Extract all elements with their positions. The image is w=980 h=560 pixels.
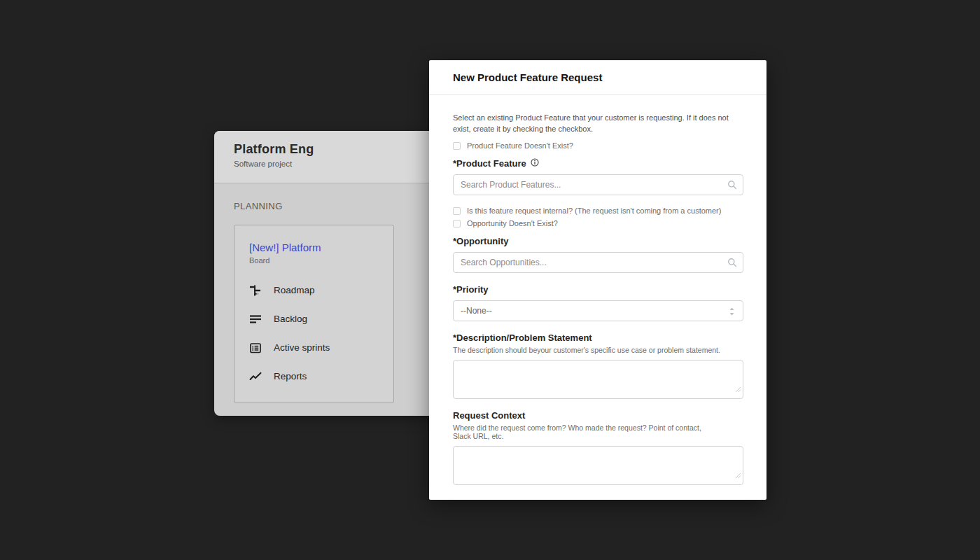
opportunity-missing-checkbox[interactable] xyxy=(453,220,461,227)
opportunity-label-text: *Opportunity xyxy=(453,236,508,246)
project-panel-body: PLANNING [New!] Platform Board Roadmap xyxy=(214,183,462,403)
feature-request-modal: New Product Feature Request Select an ex… xyxy=(429,60,766,500)
sidebar-item-label: Roadmap xyxy=(274,285,315,295)
product-feature-search-input[interactable] xyxy=(453,174,743,195)
sidebar-item-active-sprints[interactable]: Active sprints xyxy=(249,333,393,362)
description-helper: The description should beyour customer's… xyxy=(453,346,743,354)
description-label-text: *Description/Problem Statement xyxy=(453,332,592,343)
checkbox-label: Opportunity Doesn't Exist? xyxy=(467,219,558,227)
planning-board-card: [New!] Platform Board Roadmap xyxy=(234,225,394,403)
internal-request-checkbox[interactable] xyxy=(453,207,461,215)
backlog-icon xyxy=(249,313,262,326)
roadmap-icon xyxy=(249,284,262,297)
request-context-helper: Where did the request come from? Who mad… xyxy=(453,424,743,440)
product-feature-label: *Product Feature xyxy=(453,158,743,169)
request-context-helper-line2: Slack URL, etc. xyxy=(453,432,743,440)
request-context-textarea[interactable] xyxy=(453,446,743,485)
project-subtitle: Software project xyxy=(234,160,462,168)
modal-header: New Product Feature Request xyxy=(429,60,766,95)
checkbox-row-internal-request[interactable]: Is this feature request internal? (The r… xyxy=(453,206,743,215)
sidebar-item-label: Backlog xyxy=(274,314,307,324)
request-context-helper-line1: Where did the request come from? Who mad… xyxy=(453,424,743,432)
priority-label-text: *Priority xyxy=(453,284,489,295)
project-panel: Platform Eng Software project PLANNING [… xyxy=(214,131,462,416)
checkbox-row-product-feature-missing[interactable]: Product Feature Doesn't Exist? xyxy=(453,141,743,150)
checkbox-row-opportunity-missing[interactable]: Opportunity Doesn't Exist? xyxy=(453,219,743,227)
description-textarea-wrap xyxy=(453,360,743,399)
priority-selected-value: --None-- xyxy=(461,306,492,316)
info-icon[interactable] xyxy=(531,158,539,169)
product-feature-missing-checkbox[interactable] xyxy=(453,142,461,150)
planning-section-label: PLANNING xyxy=(234,201,442,211)
modal-body: Select an existing Product Feature that … xyxy=(429,95,766,485)
product-feature-label-text: *Product Feature xyxy=(453,158,526,169)
sidebar-item-backlog[interactable]: Backlog xyxy=(249,304,393,333)
description-textarea[interactable] xyxy=(453,360,743,399)
checkbox-label: Product Feature Doesn't Exist? xyxy=(467,141,573,150)
project-panel-header: Platform Eng Software project xyxy=(214,131,462,183)
planning-menu: Roadmap Backlog xyxy=(249,276,393,391)
sidebar-item-reports[interactable]: Reports xyxy=(249,362,393,391)
active-sprints-icon xyxy=(249,342,262,354)
board-link-new-platform[interactable]: [New!] Platform xyxy=(249,241,393,253)
request-context-label-text: Request Context xyxy=(453,410,525,421)
modal-title: New Product Feature Request xyxy=(453,71,602,83)
description-label: *Description/Problem Statement xyxy=(453,332,743,343)
sidebar-item-label: Reports xyxy=(274,371,307,382)
opportunity-search-input[interactable] xyxy=(453,252,743,273)
opportunity-label: *Opportunity xyxy=(453,236,743,246)
sidebar-item-label: Active sprints xyxy=(274,342,330,353)
request-context-textarea-wrap xyxy=(453,446,743,485)
product-feature-search-wrap xyxy=(453,174,743,195)
priority-label: *Priority xyxy=(453,284,743,295)
checkbox-label: Is this feature request internal? (The r… xyxy=(467,206,721,215)
board-sublabel: Board xyxy=(249,256,393,265)
project-title: Platform Eng xyxy=(234,142,462,157)
priority-select[interactable]: --None-- xyxy=(453,300,743,321)
request-context-label: Request Context xyxy=(453,410,743,421)
intro-text: Select an existing Product Feature that … xyxy=(453,112,736,134)
reports-icon xyxy=(249,370,262,383)
resize-handle-icon[interactable] xyxy=(735,469,741,482)
select-spinner-icon xyxy=(729,307,735,318)
sidebar-item-roadmap[interactable]: Roadmap xyxy=(249,276,393,304)
resize-handle-icon[interactable] xyxy=(735,383,741,396)
opportunity-search-wrap xyxy=(453,252,743,273)
app-canvas: { "colors": { "canvas_bg": "#222222", "p… xyxy=(0,0,980,560)
